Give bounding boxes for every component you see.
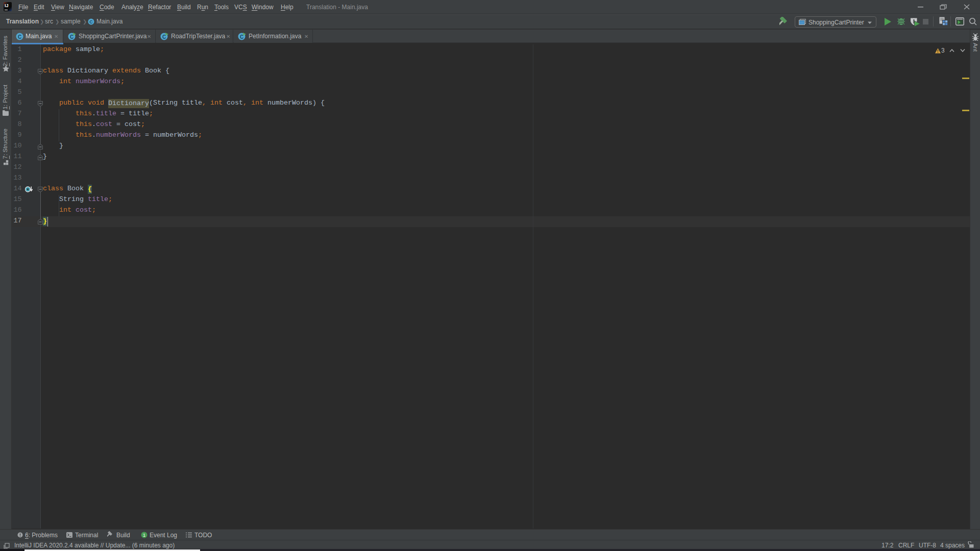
svg-text:C: C xyxy=(18,34,21,40)
svg-text:1: 1 xyxy=(143,533,145,538)
svg-text:C: C xyxy=(89,19,93,24)
